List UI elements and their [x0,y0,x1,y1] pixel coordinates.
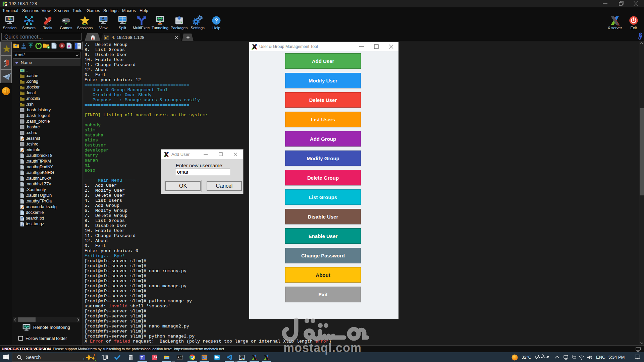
svg-text:?: ? [215,17,218,24]
svg-text:C:\: C:\ [180,355,183,357]
svg-text:mostaql.com: mostaql.com [283,341,362,355]
svg-text:>_: >_ [240,356,242,358]
svg-text:A: A [68,44,70,48]
